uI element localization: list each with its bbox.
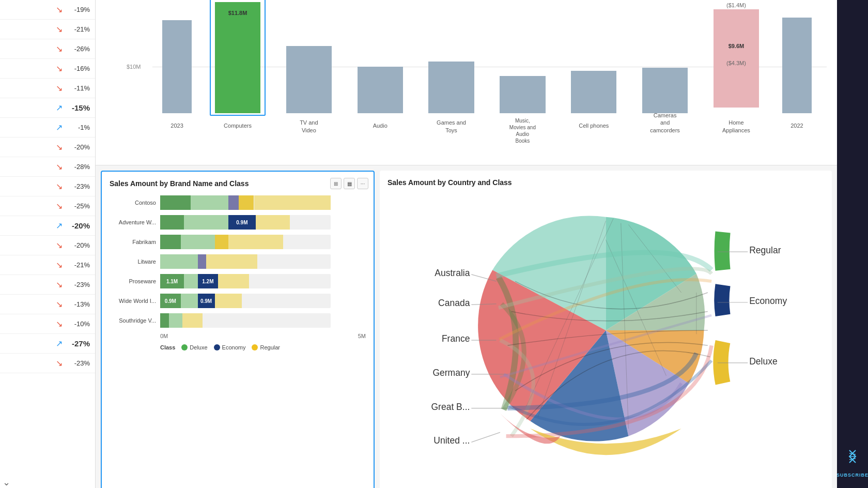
subscribe-badge[interactable]: SUBSCRIBE (836, 448, 868, 478)
arrow-down-icon: ↘ (56, 24, 63, 34)
brand-bar: 0.9M (160, 215, 331, 230)
brand-row-southridge: Southridge V... (110, 313, 366, 328)
country-chart-panel: Sales Amount by Country and Class (380, 171, 832, 488)
sidebar-row: ↘ -23% (0, 177, 95, 196)
pct-value: -28% (67, 163, 90, 171)
pct-value: -13% (67, 300, 90, 308)
legend-color (214, 344, 220, 350)
brand-row-litware: Litware (110, 254, 366, 269)
pct-value-bold: -15% (67, 103, 90, 112)
class-label-regular: Regular (749, 245, 781, 255)
arrow-down-icon: ↘ (56, 260, 63, 270)
pct-value: -21% (67, 261, 90, 269)
bar-value: $9.6M (729, 43, 745, 49)
pct-value: -20% (67, 143, 90, 151)
sidebar-row: ↘ -16% (0, 59, 95, 79)
brand-row-contoso: Contoso (110, 195, 366, 210)
legend-regular: Regular (252, 344, 280, 350)
bar-audio: Audio (345, 0, 415, 113)
filter-icon[interactable]: ⊞ (330, 178, 342, 189)
pct-value: -11% (67, 84, 90, 92)
pct-value: -23% (67, 281, 90, 288)
svg-line-11 (471, 432, 500, 442)
brand-bar: 1.1M 1.2M (160, 274, 331, 288)
sidebar-row: ↘ -10% (0, 314, 95, 334)
brand-name: Southridge V... (110, 317, 156, 324)
sidebar-row: ↗ -20% (0, 216, 95, 236)
brand-bar (160, 313, 331, 328)
arrow-down-icon: ↘ (56, 44, 63, 54)
bar-2023: 2023 (152, 0, 202, 113)
bar-neg-value-2: ($4.3M) (726, 60, 746, 66)
sidebar-row: ↘ -26% (0, 39, 95, 59)
pct-value: -25% (67, 202, 90, 210)
brand-bar (160, 235, 331, 249)
scroll-down-icon[interactable]: ⌄ (3, 477, 10, 488)
brand-bar (160, 254, 331, 269)
brand-name: Litware (110, 258, 156, 265)
brand-bar (160, 195, 331, 210)
more-icon[interactable]: ··· (357, 178, 368, 189)
legend-color (252, 344, 258, 350)
bar-label: Camerasandcamcorders (650, 112, 679, 134)
brand-name: Proseware (110, 278, 156, 284)
arrow-down-icon: ↘ (56, 319, 63, 329)
bar-label: Music,Movies andAudioBooks (509, 117, 536, 144)
arrow-up-icon: ↗ (56, 103, 63, 113)
legend-deluxe: Deluxe (181, 344, 207, 350)
sidebar-row: ↘ -21% (0, 20, 95, 39)
country-label-france: France (442, 333, 470, 344)
class-label-deluxe: Deluxe (749, 356, 778, 367)
subscribe-label: SUBSCRIBE (836, 472, 868, 478)
bar-neg-value: ($1.4M) (726, 2, 746, 8)
arrow-up-icon: ↗ (56, 221, 63, 231)
bar-label: Audio (373, 123, 388, 129)
sidebar-row: ↗ -1% (0, 118, 95, 138)
brand-row-proseware: Proseware 1.1M 1.2M (110, 274, 366, 288)
chart-icon[interactable]: ▦ (344, 178, 355, 189)
bar-games-toys: Games andToys (416, 0, 487, 113)
arrow-down-icon: ↘ (56, 83, 63, 93)
sidebar-row: ↗ -15% (0, 98, 95, 118)
chart-legend: Class Deluxe Economy Regular (110, 344, 366, 350)
sidebar-row: ↘ -13% (0, 295, 95, 314)
brand-name: Adventure W... (110, 219, 156, 225)
country-label-germany: Germany (432, 368, 470, 378)
arrow-down-icon: ↘ (56, 162, 63, 172)
brand-name: Fabrikam (110, 239, 156, 245)
bar-label: 2023 (171, 123, 183, 129)
sidebar-row: ↘ -20% (0, 138, 95, 157)
bottom-section: Sales Amount by Brand Name and Class ⊞ ▦… (96, 165, 837, 488)
main-content: $10M 2023 $11.8M (96, 0, 837, 488)
chord-diagram: Australia Canada France Germany Great B.… (388, 194, 824, 466)
pct-value: -1% (67, 124, 90, 131)
country-label-united: United ... (433, 435, 470, 446)
bar-tv-video: TV andVideo (274, 0, 344, 113)
dna-icon (844, 448, 861, 470)
pct-value-bold: -27% (67, 339, 90, 348)
legend-economy: Economy (214, 344, 246, 350)
brand-name: Wide World I... (110, 298, 156, 304)
country-label-canada: Canada (438, 298, 470, 308)
y-axis-label: $10M (127, 64, 141, 70)
country-label-australia: Australia (435, 268, 470, 278)
bar-label: Cell phones (579, 123, 609, 129)
pct-value: -20% (67, 241, 90, 249)
class-label-economy: Economy (749, 296, 787, 306)
pct-value: -16% (67, 65, 90, 72)
bar-label: TV andVideo (300, 119, 318, 134)
arrow-down-icon: ↘ (56, 5, 63, 14)
brand-row-fabrikam: Fabrikam (110, 235, 366, 249)
bar-cell-phones: Cell phones (559, 0, 629, 113)
pct-value: -19% (67, 6, 90, 13)
bar-label: Computers (224, 123, 252, 129)
arrow-down-icon: ↘ (56, 201, 63, 211)
sidebar-row: ↘ -11% (0, 79, 95, 98)
brand-bar: 0.9M 0.9M (160, 294, 331, 308)
arrow-down-icon: ↘ (56, 64, 63, 73)
panel-icons: ⊞ ▦ ··· (330, 178, 368, 189)
brand-row-wideworld: Wide World I... 0.9M 0.9M (110, 294, 366, 308)
country-label-greatb: Great B... (431, 402, 470, 412)
main-container: ↘ -19% ↘ -21% ↘ -26% ↘ -16% ↘ -11% ↗ -15… (0, 0, 868, 488)
pct-value: -21% (67, 25, 90, 33)
